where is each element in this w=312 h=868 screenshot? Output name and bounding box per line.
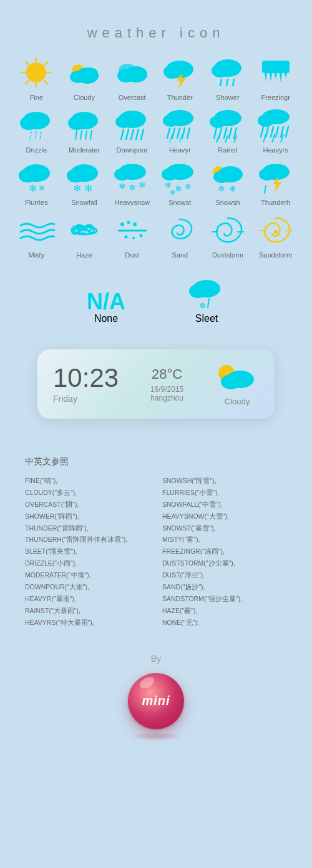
fine-icon	[17, 54, 55, 91]
svg-line-105	[265, 186, 266, 193]
svg-point-31	[20, 116, 37, 130]
widget-date: 16/9/2015	[150, 385, 183, 394]
svg-line-123	[208, 299, 209, 307]
reference-columns: FINE("晴"),CLOUDY("多云"),OVERCAST("阴"),SHO…	[25, 475, 287, 629]
svg-point-49	[163, 114, 179, 127]
reference-title: 中英文参照	[25, 456, 287, 467]
icon-sand: Sand	[158, 211, 202, 259]
moderater-icon	[66, 106, 103, 144]
dust-label: Dust	[125, 251, 139, 259]
dust-icon	[114, 211, 151, 249]
svg-text:❄: ❄	[170, 189, 175, 195]
svg-line-37	[76, 131, 77, 139]
svg-point-83	[67, 169, 84, 182]
svg-line-32	[30, 132, 31, 139]
svg-marker-28	[280, 73, 282, 83]
svg-line-40	[90, 131, 92, 139]
svg-point-68	[258, 114, 274, 127]
drizzle-icon	[17, 106, 55, 144]
svg-point-109	[120, 222, 124, 226]
haze-label: Haze	[76, 251, 92, 259]
svg-point-12	[83, 67, 98, 79]
svg-line-51	[172, 128, 175, 138]
mini-logo-text: mini	[142, 694, 170, 708]
svg-point-15	[117, 69, 135, 82]
svg-line-74	[286, 127, 288, 137]
svg-line-47	[141, 129, 144, 139]
icon-cloudy: Cloudy	[62, 54, 106, 101]
svg-line-44	[126, 129, 129, 139]
svg-point-112	[124, 235, 127, 238]
duststorm-icon	[209, 211, 246, 249]
widget-day: Friday	[53, 394, 119, 404]
svg-point-103	[259, 168, 275, 181]
svg-marker-29	[285, 73, 287, 78]
svg-point-111	[133, 222, 137, 226]
reference-col-2: SNOWSH("阵雪"),FLURRIES("小雪"),SNOWFALL("中雪…	[162, 475, 287, 629]
snowst-label: Snowst	[168, 199, 191, 206]
svg-line-54	[187, 128, 190, 138]
svg-line-65	[225, 136, 228, 142]
reference-item: FLURRIES("小雪"),	[162, 487, 287, 499]
icon-flurries: ❄ ❄ Flurries	[14, 159, 58, 206]
svg-line-23	[233, 79, 234, 86]
svg-point-114	[139, 234, 142, 237]
moderater-label: Moderater	[69, 146, 100, 154]
reference-item: DRIZZLE("小雨"),	[25, 557, 150, 569]
svg-point-42	[115, 116, 132, 128]
icon-row-4: Misty ∞ Haze	[12, 211, 300, 259]
svg-line-22	[227, 79, 228, 86]
sand-label: Sand	[172, 251, 188, 259]
icon-misty: Misty	[14, 211, 58, 259]
svg-text:❄: ❄	[29, 183, 37, 194]
svg-line-50	[167, 128, 170, 138]
icon-heavyr: Heavyr	[158, 106, 202, 154]
reference-item: NONE("无");	[162, 617, 287, 629]
overcast-label: Overcast	[119, 94, 146, 101]
svg-marker-26	[270, 73, 272, 82]
na-text: N/A	[87, 291, 125, 313]
snowfall-label: Snowfall	[71, 199, 97, 206]
page-title: weather icon	[87, 25, 225, 41]
reference-item: RAINST("大暴雨"),	[25, 605, 150, 617]
icon-heavyrs: Heavyrs	[254, 106, 298, 154]
haze-icon: ∞	[66, 211, 103, 249]
icon-snowfall: ❄ ❄ Snowfall	[62, 159, 106, 206]
thunderh-label: Thunderh	[261, 199, 290, 206]
reference-section: 中英文参照 FINE("晴"),CLOUDY("多云"),OVERCAST("阴…	[0, 444, 312, 641]
widget-temp: 28°C	[152, 366, 182, 382]
icon-row-1: Fine Cloudy Overc	[12, 54, 300, 101]
svg-rect-24	[262, 61, 290, 73]
svg-point-119	[274, 230, 278, 234]
reference-col-1: FINE("晴"),CLOUDY("多云"),OVERCAST("阴"),SHO…	[25, 475, 150, 629]
heavyr-label: Heavyr	[169, 146, 191, 154]
widget-city: hangzhou	[150, 394, 183, 402]
heavyr-icon	[161, 106, 198, 144]
downpour-icon	[114, 106, 151, 144]
snowsh-label: Snowsh	[215, 199, 240, 206]
reference-item: CLOUDY("多云"),	[25, 487, 150, 499]
svg-point-113	[132, 237, 135, 239]
reference-item: SANDSTORM("强沙尘暴"),	[162, 593, 287, 605]
thunder-label: Thunder	[167, 94, 193, 101]
rainst-icon	[209, 106, 246, 144]
icon-moderater: Moderater	[62, 106, 106, 154]
svg-point-121	[189, 284, 207, 298]
reference-item: THUNDER("雷阵雨"),	[25, 522, 150, 534]
svg-point-36	[68, 116, 85, 130]
widget-weather-icon	[215, 362, 259, 393]
by-section: By mini	[128, 654, 184, 752]
svg-line-45	[131, 129, 134, 139]
overcast-icon	[114, 54, 151, 91]
sandstorm-label: Sandstorm	[259, 251, 292, 259]
snowsh-icon: ❄ ❄	[209, 159, 246, 196]
svg-text:❄: ❄	[218, 184, 225, 194]
reference-item: HEAVYR("暴雨"),	[25, 593, 150, 605]
svg-line-72	[276, 127, 278, 137]
icon-snowst: ❄ ❄ ❄ ❄ Snowst	[158, 159, 202, 206]
reference-item: FREEZINGR("冻雨"),	[162, 546, 287, 557]
icon-freezing: Freezingr	[254, 54, 298, 101]
icon-downpour: Downpour	[110, 106, 154, 154]
svg-line-71	[271, 127, 273, 137]
heavyrs-icon	[257, 106, 295, 144]
